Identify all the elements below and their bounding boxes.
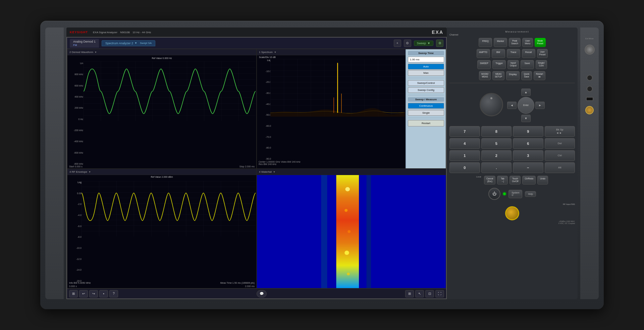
svg-rect-10 bbox=[336, 175, 359, 288]
clr-redo-btn[interactable]: Clr/Redo bbox=[522, 176, 536, 185]
num-1-btn[interactable]: 1 bbox=[449, 150, 480, 161]
num-4-btn[interactable]: 4 bbox=[449, 138, 480, 149]
help-taskbar-btn[interactable]: ? bbox=[109, 290, 118, 297]
probe-power-connector[interactable] bbox=[587, 75, 593, 81]
nav-cluster: ▲ ◄ Enter ► ▼ bbox=[507, 89, 545, 122]
panel-rf-envelope: 4 RF Envelope ▼ Ref Value 2.000 dBm Log … bbox=[67, 169, 257, 288]
keys-row-2: AMPTD BW Trace Recall UserPreset bbox=[449, 49, 575, 58]
grid-btn[interactable]: ⊞ bbox=[405, 290, 414, 297]
decimal-btn[interactable]: . bbox=[481, 162, 512, 173]
num-2-btn[interactable]: 2 bbox=[481, 150, 512, 161]
instrument-body: KEYSIGHT EXA Signal Analyzer N9010B 10 H… bbox=[40, 21, 604, 309]
layout-btn[interactable]: ⊡ bbox=[425, 290, 434, 297]
sweep-control-btn[interactable]: Sweep/Control bbox=[408, 80, 444, 86]
measurement-label: Measurement bbox=[460, 30, 575, 33]
freq-btn[interactable]: FREQ bbox=[479, 38, 492, 47]
controls-panel: Measurement Channel FREQ Marker PeakSear… bbox=[447, 28, 578, 299]
ext-mixer-connector[interactable] bbox=[585, 45, 595, 55]
num-7-btn[interactable]: 7 bbox=[449, 126, 480, 137]
amptd-btn[interactable]: AMPTD bbox=[477, 49, 490, 58]
settings-btn[interactable]: ⚙ bbox=[404, 40, 411, 47]
single-cont-btn[interactable]: Single/Cont bbox=[536, 60, 547, 69]
nav-left-btn[interactable]: ◄ bbox=[507, 102, 517, 109]
keys-main: Measurement Channel FREQ Marker PeakSear… bbox=[449, 30, 575, 296]
screen-header: Analog Demod 1 FM Spectrum Analyzer 2 ▼ … bbox=[67, 38, 446, 49]
undo-key-btn[interactable]: Undo bbox=[537, 176, 548, 185]
spectrum-y-axis: Log -10.0 -20.0 -30.0 -40.0 -50.0 -60.0 … bbox=[258, 59, 271, 160]
sweep-btn[interactable]: Sweep ▼ bbox=[414, 41, 433, 46]
power-led bbox=[503, 192, 506, 195]
rf-waveform-svg bbox=[82, 181, 256, 236]
power-row: ⏻ System⊙ Help bbox=[449, 188, 575, 200]
trace-btn[interactable]: Trace bbox=[507, 49, 520, 58]
local-label: Local bbox=[476, 176, 481, 178]
touch-onoff-btn[interactable]: TouchOn/Off bbox=[509, 176, 521, 185]
sweep-config-btn[interactable]: Sweep Config bbox=[408, 87, 444, 93]
num-8-btn[interactable]: 8 bbox=[481, 126, 512, 137]
sweep-key-btn[interactable]: SWEEP bbox=[477, 60, 491, 69]
tab-analog-demod[interactable]: Analog Demod 1 FM bbox=[70, 39, 99, 48]
nav-up-btn[interactable]: ▲ bbox=[521, 89, 531, 96]
display-btn[interactable]: Display bbox=[506, 71, 520, 80]
sweep-time-value[interactable]: 1.00 ms bbox=[408, 57, 444, 62]
quick-save-btn[interactable]: QuickSave bbox=[521, 71, 532, 80]
windows-btn[interactable]: ⊞ bbox=[69, 290, 78, 297]
undo-btn[interactable]: ↩ bbox=[79, 290, 88, 297]
panel-demod-title: 2 Demod Waveform ▼ bbox=[67, 49, 256, 55]
rf-ref-value: Ref Value 2.000 dBm bbox=[67, 175, 256, 179]
enter-btn[interactable]: Enter bbox=[518, 97, 534, 114]
rf-input-connector[interactable] bbox=[505, 206, 519, 220]
backspace-btn[interactable]: Bk Sp◄◄ bbox=[545, 126, 575, 137]
mode-preset-btn[interactable]: ModePreset bbox=[535, 38, 546, 47]
tuning-knob[interactable] bbox=[480, 93, 503, 116]
tab-spectrum-analyzer[interactable]: Spectrum Analyzer 2 ▼ Swept SA bbox=[102, 40, 155, 46]
fullscreen-btn[interactable]: ⛶ bbox=[435, 290, 444, 297]
num-3-btn[interactable]: 3 bbox=[513, 150, 543, 161]
input-output-btn[interactable]: Input/Output bbox=[507, 60, 519, 69]
num-9-btn[interactable]: 9 bbox=[513, 126, 543, 137]
user-preset-btn[interactable]: UserPreset bbox=[537, 49, 548, 58]
rf-connector-right[interactable] bbox=[585, 106, 594, 114]
num-6-btn[interactable]: 6 bbox=[513, 138, 543, 149]
nav-down-btn[interactable]: ▼ bbox=[521, 115, 531, 122]
svg-point-15 bbox=[347, 230, 351, 233]
cursor-btn[interactable]: ↖ bbox=[415, 290, 424, 297]
sweep-continuous-btn[interactable]: Continuous bbox=[408, 103, 444, 109]
rf-y-axis: Log 0.00 -2.0 -4.0 -6.0 -8.0 -10.0 -12.0… bbox=[68, 181, 82, 282]
help-btn[interactable]: Help bbox=[525, 191, 536, 197]
num-0-btn[interactable]: 0 bbox=[449, 162, 480, 173]
sweep-man-btn[interactable]: Man bbox=[408, 70, 444, 76]
peak-search-btn[interactable]: PeakSearch bbox=[509, 38, 521, 47]
svg-point-17 bbox=[347, 273, 350, 275]
mode-meas-btn[interactable]: MODE/MEAS bbox=[479, 71, 491, 80]
recall-btn[interactable]: Recall bbox=[522, 49, 535, 58]
sweep-extra-btn[interactable]: ⚙ bbox=[436, 40, 443, 47]
alt-btn[interactable]: Alt bbox=[545, 162, 575, 173]
sweep-auto-btn[interactable]: Auto bbox=[408, 64, 444, 69]
add-window-btn[interactable]: + bbox=[394, 40, 401, 47]
chat-bubble-btn[interactable]: 💬 bbox=[257, 290, 267, 297]
minus-btn[interactable]: − bbox=[513, 162, 543, 173]
cancel-esc-btn[interactable]: Cancel(Esc) bbox=[484, 176, 495, 185]
trigger-btn[interactable]: Trigger bbox=[492, 60, 506, 69]
user-menu-btn[interactable]: UserMenu bbox=[522, 38, 533, 47]
marker-btn[interactable]: Marker bbox=[494, 38, 507, 47]
redo-btn[interactable]: ↪ bbox=[89, 290, 98, 297]
num-5-btn[interactable]: 5 bbox=[481, 138, 512, 149]
meas-setup-btn[interactable]: MEASSETUP bbox=[492, 71, 504, 80]
tab-btn[interactable]: Tab→| bbox=[497, 176, 508, 185]
save-btn[interactable]: Save bbox=[521, 60, 534, 69]
sweep-time-title: Sweep Time bbox=[408, 51, 444, 55]
nav-right-btn[interactable]: ► bbox=[535, 102, 545, 109]
waterfall-area: 281 bbox=[257, 175, 446, 288]
ctrl-btn[interactable]: Ctrl bbox=[545, 150, 575, 161]
taskbar-center: 💬 bbox=[119, 290, 404, 297]
restart-btn[interactable]: Restart bbox=[408, 120, 444, 126]
sweep-single-btn[interactable]: Single bbox=[408, 110, 444, 116]
window-btn[interactable]: ▪ bbox=[99, 290, 108, 297]
system-btn[interactable]: System⊙ bbox=[508, 190, 522, 198]
bw-btn[interactable]: BW bbox=[492, 49, 505, 58]
restart-key-btn[interactable]: Restart⏮ bbox=[534, 71, 545, 80]
del-btn[interactable]: Del bbox=[545, 138, 575, 149]
power-btn[interactable]: ⏻ bbox=[488, 188, 500, 200]
